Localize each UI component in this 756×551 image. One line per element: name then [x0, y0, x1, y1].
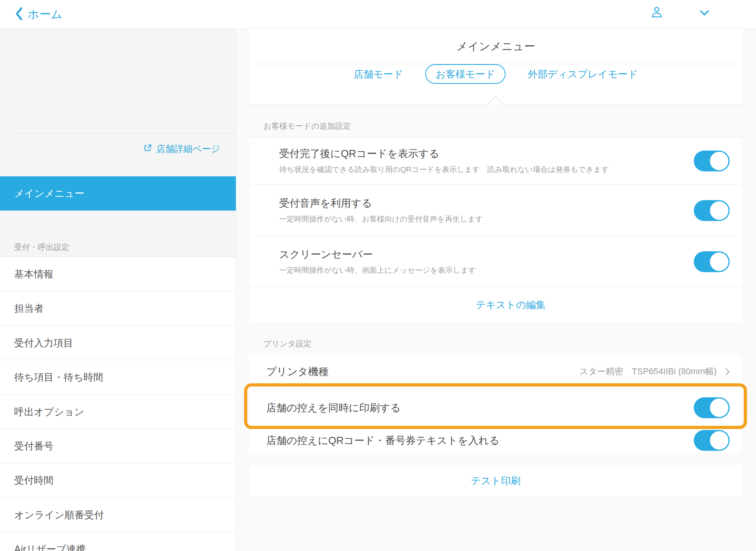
store-detail-page-link[interactable]: 店舗詳細ページ	[143, 142, 220, 155]
toggle-store-copy-qr-text-on[interactable]	[694, 430, 730, 451]
setting-title: 受付完了後にQRコードを表示する	[279, 147, 742, 160]
sidebar-divider	[14, 133, 236, 133]
back-home-label: ホーム	[28, 7, 62, 22]
toggle-reception-audio-on[interactable]	[694, 200, 730, 221]
chevron-right-icon	[723, 368, 730, 375]
setting-row-print-store-copy: 店舗の控えを同時に印刷する	[249, 388, 742, 427]
sidebar-item-reception-hours[interactable]: 受付時間	[0, 463, 236, 497]
store-detail-page-label: 店舗詳細ページ	[156, 143, 220, 155]
app-window: ホーム	[0, 0, 756, 551]
setting-title: 受付音声を利用する	[279, 196, 742, 210]
printer-model-row[interactable]: プリンタ機種 スター精密 TSP654IIBi (80mm幅)	[249, 355, 742, 388]
setting-description: 待ち状況を確認できる読み取り用のQRコードを表示します 読み取れない場合は発券も…	[279, 165, 742, 175]
main-header-card: メインメニュー 店舗モード お客様モード 外部ディスプレイモード	[249, 29, 742, 105]
setting-row-show-qr: 受付完了後にQRコードを表示する 待ち状況を確認できる読み取り用のQRコードを表…	[249, 137, 742, 185]
toggle-screensaver-on[interactable]	[694, 251, 730, 272]
customer-section-label: お客様モードの追加設定	[263, 121, 351, 131]
toggle-print-store-copy-on[interactable]	[694, 398, 730, 418]
edit-text-link[interactable]: テキストの編集	[249, 287, 742, 322]
customer-settings-card: 受付完了後にQRコードを表示する 待ち状況を確認できる読み取り用のQRコードを表…	[249, 137, 742, 322]
printer-section-label: プリンタ設定	[263, 339, 311, 348]
edit-text-link-label: テキストの編集	[476, 298, 546, 311]
nav-right-group	[630, 0, 756, 29]
setting-row-store-copy-qr-text: 店舗の控えにQRコード・番号券テキストを入れる	[249, 427, 742, 453]
test-print-label: テスト印刷	[471, 474, 521, 487]
sidebar-item-main-menu-selected[interactable]: メインメニュー	[0, 176, 236, 211]
setting-row-screensaver: スクリーンセーバー 一定時間操作がない時、画面上にメッセージを表示します	[249, 237, 742, 287]
sidebar-item-reception-input[interactable]: 受付入力項目	[0, 326, 236, 360]
chevron-down-icon[interactable]	[700, 10, 709, 17]
sidebar-menu-list: 基本情報 担当者 受付入力項目 待ち項目・待ち時間 呼出オプション 受付番号 受…	[0, 257, 236, 551]
setting-title: 店舗の控えにQRコード・番号券テキストを入れる	[266, 434, 499, 447]
mode-tabs: 店舗モード お客様モード 外部ディスプレイモード	[249, 64, 742, 84]
user-account-icon[interactable]	[651, 6, 663, 19]
sidebar-item-reception-number[interactable]: 受付番号	[0, 429, 236, 463]
back-home-button[interactable]: ホーム	[15, 0, 62, 29]
tab-store-mode[interactable]: 店舗モード	[354, 64, 403, 84]
printer-model-title: プリンタ機種	[266, 365, 328, 378]
sidebar-item-wait-items[interactable]: 待ち項目・待ち時間	[0, 360, 236, 394]
setting-title: 店舗の控えを同時に印刷する	[266, 401, 401, 414]
printer-model-value-group: スター精密 TSP654IIBi (80mm幅)	[580, 366, 730, 377]
setting-title: スクリーンセーバー	[279, 248, 742, 261]
tab-external-display-mode[interactable]: 外部ディスプレイモード	[528, 64, 638, 84]
sidebar-section-label: 受付・呼出設定	[14, 242, 69, 252]
top-nav: ホーム	[0, 0, 756, 29]
printer-settings-card: プリンタ機種 スター精密 TSP654IIBi (80mm幅) 店舗の控えを同時…	[249, 355, 742, 453]
test-print-link[interactable]: テスト印刷	[249, 465, 742, 496]
setting-row-reception-audio: 受付音声を利用する 一定時間操作がない時、お客様向けの受付音声を再生します	[249, 185, 742, 237]
printer-model-value: スター精密 TSP654IIBi (80mm幅)	[580, 366, 717, 377]
sidebar-item-call-options[interactable]: 呼出オプション	[0, 395, 236, 429]
setting-description: 一定時間操作がない時、お客様向けの受付音声を再生します	[279, 214, 742, 224]
sidebar-item-basic-info[interactable]: 基本情報	[0, 257, 236, 291]
toggle-show-qr-on[interactable]	[694, 150, 730, 171]
sidebar-item-staff[interactable]: 担当者	[0, 291, 236, 325]
chevron-left-icon	[15, 7, 23, 22]
selected-tab-caret-icon	[487, 96, 504, 105]
sidebar: 店舗詳細ページ メインメニュー 受付・呼出設定 基本情報 担当者 受付入力項目 …	[0, 29, 236, 551]
external-link-icon	[143, 143, 152, 155]
tab-customer-mode[interactable]: お客様モード	[425, 64, 506, 84]
page-title: メインメニュー	[249, 29, 742, 64]
sidebar-item-air-reserve[interactable]: Airリザーブ連携	[0, 532, 236, 551]
sidebar-item-online-queue[interactable]: オンライン順番受付	[0, 498, 236, 532]
setting-description: 一定時間操作がない時、画面上にメッセージを表示します	[279, 265, 742, 276]
